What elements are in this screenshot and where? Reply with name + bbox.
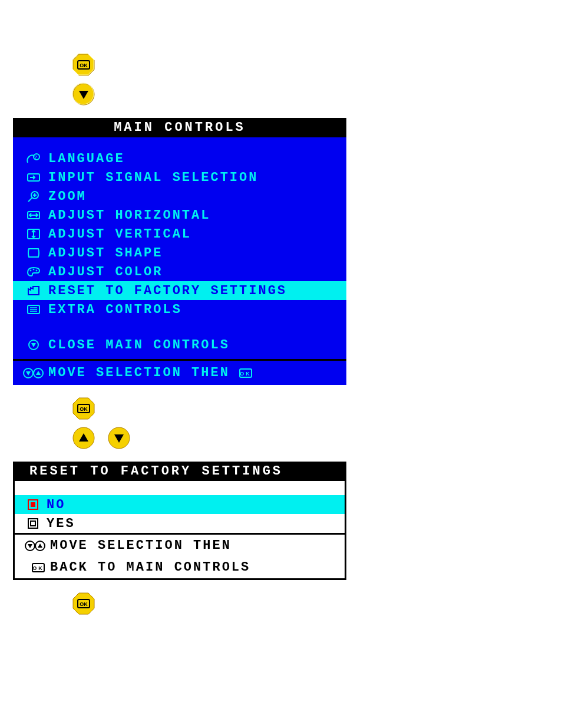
footer-label: BACK TO MAIN CONTROLS bbox=[50, 560, 250, 575]
svg-text:OK: OK bbox=[32, 565, 44, 571]
menu-label: INPUT SIGNAL SELECTION bbox=[48, 170, 258, 185]
horizontal-icon bbox=[22, 209, 45, 222]
extra-controls-icon bbox=[22, 303, 45, 316]
menu-item-extra-controls[interactable]: EXTRA CONTROLS bbox=[13, 300, 346, 319]
vertical-icon bbox=[22, 228, 45, 241]
svg-point-17 bbox=[33, 269, 34, 270]
ok-button[interactable]: OK bbox=[72, 592, 95, 615]
svg-text:OK: OK bbox=[240, 371, 252, 377]
svg-point-18 bbox=[36, 270, 37, 271]
input-signal-icon bbox=[22, 171, 45, 184]
option-yes[interactable]: YES bbox=[15, 514, 345, 533]
zoom-icon bbox=[22, 190, 45, 203]
option-label: NO bbox=[47, 498, 65, 512]
updown-icon bbox=[24, 539, 47, 552]
menu-label: RESET TO FACTORY SETTINGS bbox=[48, 284, 287, 298]
svg-text:OK: OK bbox=[80, 601, 88, 607]
reset-panel: RESET TO FACTORY SETTINGS NO YES bbox=[13, 462, 346, 580]
svg-text:OK: OK bbox=[80, 406, 88, 412]
svg-rect-42 bbox=[31, 521, 35, 526]
svg-marker-29 bbox=[36, 371, 41, 375]
reset-footer-1: MOVE SELECTION THEN bbox=[15, 535, 345, 556]
up-button[interactable] bbox=[72, 426, 95, 450]
svg-line-11 bbox=[28, 198, 32, 202]
menu-item-input-signal[interactable]: INPUT SIGNAL SELECTION bbox=[13, 168, 346, 187]
svg-marker-44 bbox=[28, 544, 32, 548]
panel-title: MAIN CONTROLS bbox=[13, 118, 346, 137]
svg-marker-27 bbox=[26, 371, 31, 375]
menu-item-adjust-vertical[interactable]: ADJUST VERTICAL bbox=[13, 225, 346, 243]
ok-icon: OK bbox=[234, 367, 257, 380]
svg-marker-25 bbox=[31, 343, 36, 347]
option-label: YES bbox=[47, 516, 75, 531]
menu-label: ADJUST SHAPE bbox=[48, 246, 163, 261]
checkbox-selected-icon bbox=[24, 499, 42, 510]
language-icon: ? bbox=[22, 152, 45, 165]
ok-button[interactable]: OK bbox=[72, 53, 95, 77]
svg-point-16 bbox=[30, 270, 31, 271]
menu-label: EXTRA CONTROLS bbox=[48, 302, 182, 317]
svg-rect-41 bbox=[28, 519, 38, 528]
checkbox-icon bbox=[24, 518, 42, 529]
menu-label: ADJUST VERTICAL bbox=[48, 227, 191, 242]
svg-text:?: ? bbox=[34, 154, 39, 160]
menu-item-reset-factory[interactable]: RESET TO FACTORY SETTINGS bbox=[13, 281, 346, 300]
reset-footer-2: OK BACK TO MAIN CONTROLS bbox=[15, 556, 345, 578]
color-icon bbox=[22, 265, 45, 278]
svg-rect-40 bbox=[31, 502, 35, 507]
menu-item-close[interactable]: CLOSE MAIN CONTROLS bbox=[13, 335, 346, 354]
main-controls-panel: MAIN CONTROLS ? LANGUAGE INPUT SIGNAL SE… bbox=[13, 118, 346, 385]
down-button[interactable] bbox=[72, 83, 95, 106]
menu-label: ZOOM bbox=[48, 189, 87, 204]
menu-item-adjust-horizontal[interactable]: ADJUST HORIZONTAL bbox=[13, 206, 346, 225]
menu-label: ADJUST HORIZONTAL bbox=[48, 208, 210, 223]
factory-icon bbox=[22, 284, 45, 297]
menu-item-zoom[interactable]: ZOOM bbox=[13, 187, 346, 206]
svg-marker-46 bbox=[38, 543, 42, 548]
menu-item-adjust-color[interactable]: ADJUST COLOR bbox=[13, 262, 346, 281]
shape-icon bbox=[22, 246, 45, 259]
ok-button[interactable]: OK bbox=[72, 397, 95, 420]
svg-text:OK: OK bbox=[80, 62, 88, 68]
ok-icon: OK bbox=[24, 561, 47, 574]
main-controls-footer: MOVE SELECTION THEN OK bbox=[13, 359, 346, 385]
footer-label: MOVE SELECTION THEN bbox=[50, 538, 232, 553]
menu-item-language[interactable]: ? LANGUAGE bbox=[13, 149, 346, 168]
panel-title: RESET TO FACTORY SETTINGS bbox=[13, 462, 346, 481]
updown-icon bbox=[22, 367, 45, 380]
menu-label: LANGUAGE bbox=[48, 151, 125, 166]
close-icon bbox=[22, 338, 45, 351]
down-button[interactable] bbox=[107, 426, 131, 450]
footer-label: MOVE SELECTION THEN bbox=[48, 365, 230, 380]
menu-label: CLOSE MAIN CONTROLS bbox=[48, 338, 230, 353]
option-no[interactable]: NO bbox=[15, 495, 345, 514]
menu-item-adjust-shape[interactable]: ADJUST SHAPE bbox=[13, 243, 346, 262]
menu-label: ADJUST COLOR bbox=[48, 265, 163, 279]
